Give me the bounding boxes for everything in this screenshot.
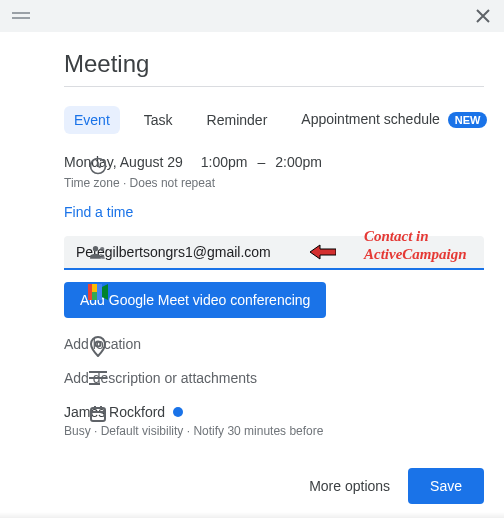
svg-rect-8 xyxy=(97,284,102,300)
more-options-button[interactable]: More options xyxy=(309,478,390,494)
svg-point-4 xyxy=(100,247,104,251)
description-icon xyxy=(84,371,112,385)
time-dash: – xyxy=(258,154,266,170)
organizer-sub[interactable]: Busy · Default visibility · Notify 30 mi… xyxy=(64,424,484,438)
clock-icon xyxy=(84,156,112,176)
tab-event[interactable]: Event xyxy=(64,106,120,134)
svg-rect-0 xyxy=(12,12,30,14)
google-meet-icon xyxy=(84,284,112,300)
organizer-line[interactable]: James Rockford xyxy=(64,404,484,420)
svg-rect-13 xyxy=(91,408,105,421)
svg-rect-12 xyxy=(89,383,100,385)
tab-label: Appointment schedule xyxy=(301,111,440,127)
red-arrow-annotation-icon xyxy=(310,244,336,260)
find-a-time-link[interactable]: Find a time xyxy=(64,204,484,220)
dialog-topbar xyxy=(0,0,504,32)
end-time: 2:00pm xyxy=(275,154,322,170)
start-time: 1:00pm xyxy=(201,154,248,170)
people-icon xyxy=(84,242,112,262)
type-tabs: Event Task Reminder Appointment schedule… xyxy=(64,105,484,134)
drag-handle-icon[interactable] xyxy=(12,11,30,21)
tab-reminder[interactable]: Reminder xyxy=(197,106,278,134)
new-badge: NEW xyxy=(448,112,488,128)
svg-point-3 xyxy=(93,246,98,251)
svg-rect-5 xyxy=(88,284,92,300)
date-text: Monday, August 29 xyxy=(64,154,183,170)
svg-rect-1 xyxy=(12,17,30,19)
event-quick-create-dialog: Event Task Reminder Appointment schedule… xyxy=(0,0,504,518)
svg-rect-10 xyxy=(89,371,107,373)
svg-rect-6 xyxy=(92,284,97,292)
bottom-shadow xyxy=(0,512,504,518)
event-title-input[interactable] xyxy=(64,44,484,87)
location-pin-icon xyxy=(84,335,112,357)
calendar-icon xyxy=(84,405,112,423)
timezone-repeat-text[interactable]: Time zone · Does not repeat xyxy=(64,176,484,190)
tab-appointment-schedule[interactable]: Appointment schedule NEW xyxy=(291,105,497,134)
external-annotation-text: Contact in ActiveCampaign xyxy=(364,228,467,263)
svg-rect-11 xyxy=(89,377,107,379)
close-icon[interactable] xyxy=(474,7,492,25)
save-button[interactable]: Save xyxy=(408,468,484,504)
dialog-footer: More options Save xyxy=(309,468,484,504)
datetime-line[interactable]: Monday, August 29 1:00pm – 2:00pm xyxy=(64,154,484,170)
svg-point-9 xyxy=(96,342,101,347)
calendar-color-dot xyxy=(173,407,183,417)
svg-rect-7 xyxy=(92,292,97,300)
organizer-name: James Rockford xyxy=(64,404,165,420)
tab-task[interactable]: Task xyxy=(134,106,183,134)
